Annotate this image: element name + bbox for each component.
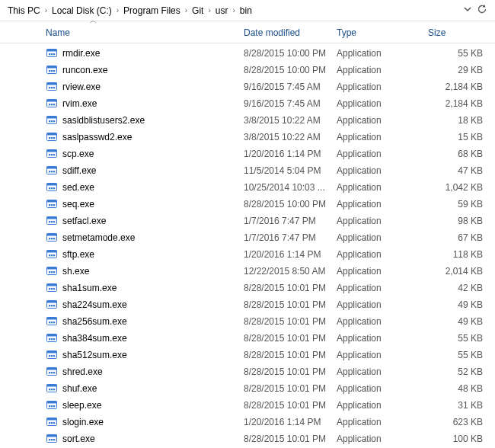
cell-date: 8/28/2015 10:01 PM (244, 316, 337, 327)
file-name-label: saslpasswd2.exe (62, 132, 132, 142)
file-name-label: sha224sum.exe (62, 299, 127, 310)
cell-type: Application (337, 199, 428, 210)
cell-date: 10/25/2014 10:03 ... (244, 182, 337, 193)
svg-rect-19 (53, 104, 55, 105)
breadcrumb-item[interactable]: bin (237, 4, 255, 18)
file-row[interactable]: rvim.exe9/16/2015 7:45 AMApplication2,18… (0, 95, 495, 112)
svg-rect-33 (51, 154, 53, 155)
cell-size: 15 KB (428, 132, 487, 142)
breadcrumb-item[interactable]: Local Disk (C:) (49, 4, 115, 18)
svg-rect-58 (51, 238, 53, 239)
cell-name: slogin.exe (46, 416, 244, 428)
svg-rect-74 (53, 288, 55, 290)
file-name-label: shuf.exe (62, 383, 97, 394)
file-row[interactable]: sh.exe12/22/2015 8:50 AMApplication2,014… (0, 263, 495, 280)
cell-date: 8/28/2015 10:00 PM (244, 48, 337, 59)
breadcrumb-list: This PC›Local Disk (C:)›Program Files›Gi… (5, 4, 463, 18)
svg-rect-42 (49, 187, 50, 189)
file-row[interactable]: runcon.exe8/28/2015 10:00 PMApplication2… (0, 62, 495, 78)
cell-date: 12/22/2015 8:50 AM (244, 266, 337, 277)
cell-size: 47 KB (428, 165, 487, 176)
cell-date: 8/28/2015 10:01 PM (244, 434, 337, 444)
cell-type: Application (337, 316, 428, 327)
chevron-right-icon[interactable]: › (232, 6, 235, 14)
chevron-right-icon[interactable]: › (45, 6, 47, 14)
file-row[interactable]: rmdir.exe8/28/2015 10:00 PMApplication55… (0, 45, 495, 62)
cell-date: 8/28/2015 10:01 PM (244, 333, 337, 344)
column-header-type[interactable]: Type (337, 27, 428, 38)
address-bar[interactable]: This PC›Local Disk (C:)›Program Files›Gi… (0, 0, 495, 21)
application-icon (46, 64, 58, 76)
file-row[interactable]: sha256sum.exe8/28/2015 10:01 PMApplicati… (0, 313, 495, 330)
breadcrumb-item[interactable]: Program Files (120, 4, 184, 18)
column-header-name[interactable]: Name (46, 27, 244, 38)
svg-rect-72 (49, 288, 50, 290)
chevron-right-icon[interactable]: › (185, 6, 187, 14)
cell-size: 52 KB (428, 366, 487, 377)
cell-name: rview.exe (46, 81, 244, 93)
cell-type: Application (337, 115, 428, 126)
history-dropdown-icon[interactable] (463, 5, 472, 16)
cell-size: 48 KB (428, 383, 487, 394)
cell-date: 1/20/2016 1:14 PM (244, 417, 337, 427)
svg-rect-96 (47, 368, 57, 370)
cell-date: 1/7/2016 7:47 PM (244, 232, 337, 243)
svg-rect-57 (49, 238, 50, 239)
cell-name: shred.exe (46, 366, 244, 378)
file-row[interactable]: setmetamode.exe1/7/2016 7:47 PMApplicati… (0, 229, 495, 246)
file-row[interactable]: scp.exe1/20/2016 1:14 PMApplication68 KB (0, 146, 495, 162)
file-row[interactable]: sha512sum.exe8/28/2015 10:01 PMApplicati… (0, 347, 495, 363)
file-row[interactable]: sasldblistusers2.exe3/8/2015 10:22 AMApp… (0, 112, 495, 129)
cell-size: 29 KB (428, 65, 487, 75)
svg-rect-113 (51, 422, 53, 424)
svg-rect-23 (51, 120, 53, 122)
file-name-label: sha1sum.exe (62, 283, 117, 293)
svg-rect-47 (49, 204, 50, 206)
file-row[interactable]: sha384sum.exe8/28/2015 10:01 PMApplicati… (0, 330, 495, 347)
file-row[interactable]: rview.exe9/16/2015 7:45 AMApplication2,1… (0, 78, 495, 95)
column-header-size[interactable]: Size (428, 27, 487, 38)
file-row[interactable]: sort.exe8/28/2015 10:01 PMApplication100… (0, 430, 495, 447)
chevron-right-icon[interactable]: › (117, 6, 119, 14)
file-name-label: sftp.exe (62, 249, 94, 260)
cell-name: scp.exe (46, 148, 244, 160)
cell-type: Application (337, 82, 428, 92)
cell-type: Application (337, 165, 428, 176)
file-row[interactable]: seq.exe8/28/2015 10:00 PMApplication59 K… (0, 196, 495, 213)
file-row[interactable]: shuf.exe8/28/2015 10:01 PMApplication48 … (0, 380, 495, 397)
file-name-label: sha512sum.exe (62, 350, 127, 360)
svg-rect-48 (51, 204, 53, 206)
cell-name: saslpasswd2.exe (46, 131, 244, 143)
file-row[interactable]: saslpasswd2.exe3/8/2015 10:22 AMApplicat… (0, 129, 495, 146)
cell-date: 9/16/2015 7:45 AM (244, 98, 337, 109)
svg-rect-63 (51, 254, 53, 256)
cell-date: 8/28/2015 10:01 PM (244, 299, 337, 310)
chevron-right-icon[interactable]: › (208, 6, 210, 14)
file-name-label: scp.exe (62, 149, 94, 159)
file-row[interactable]: sdiff.exe11/5/2014 5:04 PMApplication47 … (0, 162, 495, 179)
file-row[interactable]: sleep.exe8/28/2015 10:01 PMApplication31… (0, 397, 495, 414)
svg-rect-18 (51, 104, 53, 105)
file-row[interactable]: sha224sum.exe8/28/2015 10:01 PMApplicati… (0, 296, 495, 313)
file-row[interactable]: shred.exe8/28/2015 10:01 PMApplication52… (0, 363, 495, 380)
application-icon (46, 98, 58, 110)
file-row[interactable]: sha1sum.exe8/28/2015 10:01 PMApplication… (0, 280, 495, 296)
svg-rect-6 (47, 66, 57, 69)
cell-type: Application (337, 216, 428, 226)
breadcrumb-item[interactable]: Git (189, 4, 206, 18)
refresh-icon[interactable] (477, 4, 487, 17)
cell-size: 623 KB (428, 417, 487, 427)
breadcrumb-item[interactable]: usr (212, 4, 232, 18)
application-icon (46, 165, 58, 177)
column-header-date[interactable]: Date modified (244, 27, 337, 38)
svg-rect-36 (47, 167, 57, 169)
svg-rect-26 (47, 133, 57, 136)
cell-name: rmdir.exe (46, 47, 244, 59)
file-name-label: setfacl.exe (62, 216, 106, 226)
file-row[interactable]: sed.exe10/25/2014 10:03 ...Application1,… (0, 179, 495, 196)
file-row[interactable]: slogin.exe1/20/2016 1:14 PMApplication62… (0, 414, 495, 430)
file-row[interactable]: setfacl.exe1/7/2016 7:47 PMApplication98… (0, 213, 495, 229)
cell-type: Application (337, 283, 428, 293)
file-row[interactable]: sftp.exe1/20/2016 1:14 PMApplication118 … (0, 246, 495, 263)
breadcrumb-item[interactable]: This PC (5, 4, 43, 18)
